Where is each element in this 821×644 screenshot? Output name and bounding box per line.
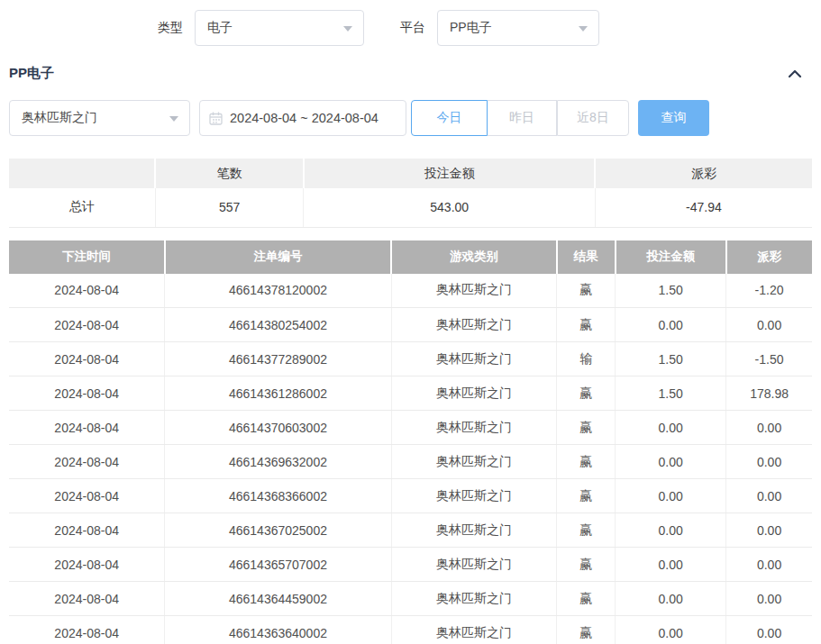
summary-total-label: 总计 <box>9 188 155 227</box>
records-table: 下注时间 注单编号 游戏类别 结果 投注金额 派彩 2024-08-044661… <box>9 240 812 644</box>
table-row: 2024-08-0446614363640002奥林匹斯之门赢0.000.00 <box>9 616 812 644</box>
calendar-icon <box>209 112 223 125</box>
today-button[interactable]: 今日 <box>411 100 488 136</box>
bet-time-cell: 2024-08-04 <box>9 445 165 479</box>
summary-table: 笔数 投注金额 派彩 总计 557 543.00 -47.94 <box>9 159 812 228</box>
bet-amount-cell: 0.00 <box>616 513 726 548</box>
records-header-result: 结果 <box>557 240 616 274</box>
bet-time-cell: 2024-08-04 <box>9 548 165 582</box>
summary-header-bet-amount: 投注金额 <box>304 159 595 188</box>
bet-amount-cell: 0.00 <box>616 548 726 582</box>
type-label: 类型 <box>158 20 183 36</box>
records-header-payout: 派彩 <box>726 240 812 274</box>
table-row: 2024-08-0446614367025002奥林匹斯之门赢0.000.00 <box>9 513 812 548</box>
chevron-down-icon <box>169 116 178 122</box>
records-tbody: 2024-08-0446614378120002奥林匹斯之门赢1.50-1.20… <box>9 274 812 644</box>
bet-amount-cell: 1.50 <box>616 274 726 308</box>
order-id-cell: 46614370603002 <box>165 411 391 445</box>
bet-amount-cell: 0.00 <box>616 411 726 445</box>
game-category-cell: 奥林匹斯之门 <box>391 616 557 644</box>
date-range-input[interactable]: 2024-08-04 ~ 2024-08-04 <box>199 100 406 136</box>
summary-header-blank <box>9 159 155 188</box>
bet-time-cell: 2024-08-04 <box>9 616 165 644</box>
quick-range-button-group: 今日 昨日 近8日 <box>411 100 629 136</box>
result-cell: 赢 <box>557 274 616 308</box>
game-category-cell: 奥林匹斯之门 <box>391 274 557 308</box>
order-id-cell: 46614380254002 <box>165 308 391 342</box>
game-category-cell: 奥林匹斯之门 <box>391 342 557 376</box>
payout-cell: 0.00 <box>726 616 812 644</box>
section-header: PP电子 <box>9 65 803 82</box>
result-cell: 赢 <box>557 582 616 616</box>
summary-total-bet-amount: 543.00 <box>304 188 595 227</box>
bet-time-cell: 2024-08-04 <box>9 308 165 342</box>
payout-cell: 0.00 <box>726 513 812 548</box>
search-button[interactable]: 查询 <box>638 100 709 136</box>
chevron-up-icon <box>787 68 803 80</box>
query-controls: 奥林匹斯之门 2024-08-04 ~ 2024-08-04 今日 昨日 近8日… <box>9 100 812 136</box>
records-header-order-id: 注单编号 <box>165 240 391 274</box>
type-select-value: 电子 <box>207 20 233 36</box>
type-select[interactable]: 电子 <box>195 10 364 46</box>
game-category-cell: 奥林匹斯之门 <box>391 548 557 582</box>
game-category-cell: 奥林匹斯之门 <box>391 308 557 342</box>
platform-select[interactable]: PP电子 <box>437 10 599 46</box>
bet-time-cell: 2024-08-04 <box>9 274 165 308</box>
records-header-bet-time: 下注时间 <box>9 240 165 274</box>
order-id-cell: 46614378120002 <box>165 274 391 308</box>
summary-total-payout: -47.94 <box>595 188 812 227</box>
filter-bar: 类型 电子 平台 PP电子 <box>0 0 821 47</box>
table-row: 2024-08-0446614365707002奥林匹斯之门赢0.000.00 <box>9 548 812 582</box>
bet-time-cell: 2024-08-04 <box>9 513 165 548</box>
payout-cell: 0.00 <box>726 479 812 513</box>
result-cell: 赢 <box>557 411 616 445</box>
bet-time-cell: 2024-08-04 <box>9 376 165 411</box>
order-id-cell: 46614365707002 <box>165 548 391 582</box>
payout-cell: 0.00 <box>726 582 812 616</box>
game-category-cell: 奥林匹斯之门 <box>391 582 557 616</box>
result-cell: 赢 <box>557 376 616 411</box>
bet-amount-cell: 0.00 <box>616 479 726 513</box>
game-select[interactable]: 奥林匹斯之门 <box>9 100 190 136</box>
last-8-days-button[interactable]: 近8日 <box>557 100 629 136</box>
records-header-row: 下注时间 注单编号 游戏类别 结果 投注金额 派彩 <box>9 240 812 274</box>
payout-cell: 0.00 <box>726 308 812 342</box>
result-cell: 赢 <box>557 513 616 548</box>
order-id-cell: 46614377289002 <box>165 342 391 376</box>
table-row: 2024-08-0446614364459002奥林匹斯之门赢0.000.00 <box>9 582 812 616</box>
result-cell: 赢 <box>557 548 616 582</box>
collapse-section-button[interactable] <box>787 68 803 80</box>
date-range-value: 2024-08-04 ~ 2024-08-04 <box>230 111 379 125</box>
payout-cell: 0.00 <box>726 445 812 479</box>
table-row: 2024-08-0446614377289002奥林匹斯之门输1.50-1.50 <box>9 342 812 376</box>
bet-time-cell: 2024-08-04 <box>9 479 165 513</box>
order-id-cell: 46614367025002 <box>165 513 391 548</box>
bet-time-cell: 2024-08-04 <box>9 342 165 376</box>
bet-amount-cell: 0.00 <box>616 308 726 342</box>
summary-header-row: 笔数 投注金额 派彩 <box>9 159 812 188</box>
game-category-cell: 奥林匹斯之门 <box>391 376 557 411</box>
payout-cell: 178.98 <box>726 376 812 411</box>
game-category-cell: 奥林匹斯之门 <box>391 445 557 479</box>
yesterday-button[interactable]: 昨日 <box>488 100 557 136</box>
table-row: 2024-08-0446614369632002奥林匹斯之门赢0.000.00 <box>9 445 812 479</box>
summary-header-payout: 派彩 <box>595 159 812 188</box>
result-cell: 输 <box>557 342 616 376</box>
result-cell: 赢 <box>557 616 616 644</box>
table-row: 2024-08-0446614380254002奥林匹斯之门赢0.000.00 <box>9 308 812 342</box>
order-id-cell: 46614364459002 <box>165 582 391 616</box>
payout-cell: 0.00 <box>726 411 812 445</box>
bet-time-cell: 2024-08-04 <box>9 582 165 616</box>
bet-amount-cell: 0.00 <box>616 445 726 479</box>
result-cell: 赢 <box>557 479 616 513</box>
payout-cell: -1.50 <box>726 342 812 376</box>
order-id-cell: 46614361286002 <box>165 376 391 411</box>
summary-total-row: 总计 557 543.00 -47.94 <box>9 188 812 227</box>
chevron-down-icon <box>579 26 588 32</box>
bet-amount-cell: 1.50 <box>616 342 726 376</box>
table-row: 2024-08-0446614368366002奥林匹斯之门赢0.000.00 <box>9 479 812 513</box>
game-category-cell: 奥林匹斯之门 <box>391 479 557 513</box>
order-id-cell: 46614368366002 <box>165 479 391 513</box>
table-row: 2024-08-0446614361286002奥林匹斯之门赢1.50178.9… <box>9 376 812 411</box>
result-cell: 赢 <box>557 308 616 342</box>
